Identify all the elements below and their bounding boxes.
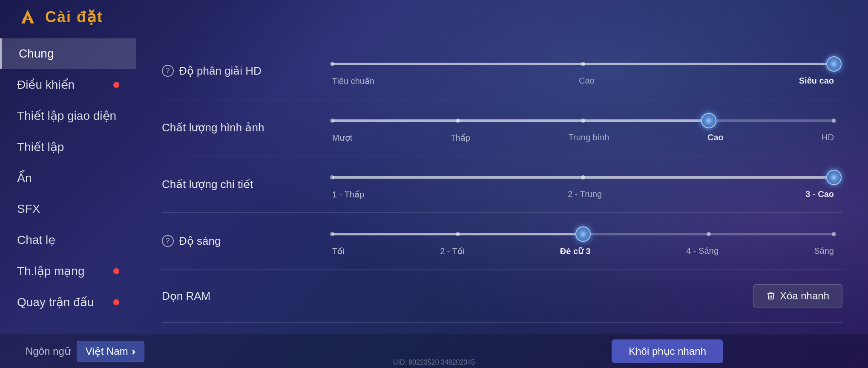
sidebar-item-label-quay-tran-dau: Quay trận đấu (17, 295, 94, 309)
detail-quality-track-wrapper (332, 169, 834, 186)
label-4-sang: 4 - Sáng (686, 246, 719, 256)
sidebar-item-label-thiet-lap-giao-dien: Thiết lập giao diện (17, 109, 116, 123)
label-hd: HD (822, 133, 834, 143)
content-area: ? Độ phân giải HD Tiêu chuẩn Ca (136, 34, 868, 368)
sidebar-item-label-chung: Chung (19, 47, 54, 61)
sidebar-item-thiet-lap-giao-dien[interactable]: Thiết lập giao diện (0, 100, 136, 131)
label-2-trung: 2 - Trung (568, 189, 602, 200)
hd-resolution-row: ? Độ phân giải HD Tiêu chuẩn Ca (162, 43, 842, 99)
tick-trung-binh (581, 119, 585, 123)
sidebar-notification-dot-th-lap-mang (113, 268, 119, 274)
version-text: UID: 80223520 348202345 (393, 359, 475, 366)
sidebar-item-label-sfx: SFX (17, 202, 40, 216)
label-sieu-cao: Siêu cao (799, 76, 834, 86)
page-title: Cài đặt (45, 8, 103, 26)
sidebar-item-an[interactable]: Ẩn (0, 162, 136, 194)
header: Cài đặt (0, 0, 868, 34)
tick-sang (832, 232, 836, 236)
brightness-help-icon[interactable]: ? (162, 235, 174, 247)
sidebar-item-label-dieu-khien: Điều khiển (17, 78, 75, 92)
detail-quality-row: Chất lượng chi tiết 1 - Thấp 2 - Trung 3… (162, 156, 842, 213)
label-sang: Sáng (814, 246, 834, 256)
tick-2toi (456, 232, 460, 236)
tick-2 (581, 62, 585, 66)
xoa-nhanh-button[interactable]: Xóa nhanh (753, 284, 842, 307)
brightness-row: ? Độ sáng Tối 2 - (162, 213, 842, 269)
detail-quality-slider-container: 1 - Thấp 2 - Trung 3 - Cao (324, 169, 842, 200)
language-label: Ngôn ngữ (26, 345, 71, 357)
label-2-toi: 2 - Tối (440, 246, 464, 256)
tick-thap-d (330, 175, 334, 180)
brightness-label: ? Độ sáng (162, 235, 324, 248)
label-muot: Mượt (332, 133, 352, 143)
hd-resolution-track-wrapper (332, 55, 834, 72)
image-quality-label: Chất lượng hình ảnh (162, 121, 324, 134)
label-toi: Tối (332, 246, 345, 256)
image-quality-fill (332, 119, 709, 122)
detail-quality-thumb[interactable] (826, 170, 842, 185)
sidebar-item-label-thiet-lap: Thiết lập (17, 140, 64, 154)
label-1-thap: 1 - Thấp (332, 189, 364, 200)
language-selector[interactable]: Việt Nam › (77, 341, 144, 362)
brightness-labels: Tối 2 - Tối Đè cữ 3 4 - Sáng Sáng (332, 246, 834, 256)
sidebar-notification-dot-quay-tran-dau (113, 299, 119, 305)
detail-quality-labels: 1 - Thấp 2 - Trung 3 - Cao (332, 189, 834, 200)
sidebar-item-label-chat-le: Chat lẹ (17, 233, 55, 247)
brightness-thumb[interactable] (575, 226, 591, 242)
hd-resolution-labels: Tiêu chuẩn Cao Siêu cao (332, 76, 834, 86)
image-quality-thumb[interactable] (701, 113, 716, 128)
sidebar-item-dieu-khien[interactable]: Điều khiển (0, 69, 136, 100)
tick-trung-d (581, 175, 585, 180)
image-quality-track-wrapper (332, 112, 834, 129)
tick-hd (832, 119, 836, 123)
tick-toi (330, 232, 334, 236)
brightness-track[interactable] (332, 233, 834, 235)
sidebar-item-quay-tran-dau[interactable]: Quay trận đấu (0, 287, 136, 318)
footer: Ngôn ngữ Việt Nam › Khôi phục nhanh UID:… (0, 334, 868, 368)
sidebar-item-chat-le[interactable]: Chat lẹ (0, 224, 136, 255)
sidebar-notification-dot-dieu-khien (113, 82, 119, 88)
language-section: Ngôn ngữ Việt Nam › (26, 341, 144, 362)
sidebar-item-sfx[interactable]: SFX (0, 194, 136, 224)
image-quality-labels: Mượt Thấp Trung bình Cao HD (332, 133, 834, 143)
brightness-slider-container: Tối 2 - Tối Đè cữ 3 4 - Sáng Sáng (324, 226, 842, 256)
tick-1 (330, 62, 334, 66)
label-de-cu-3: Đè cữ 3 (560, 246, 591, 256)
hd-resolution-thumb[interactable] (826, 56, 842, 72)
ram-cleanup-label: Dọn RAM (162, 290, 324, 303)
main-layout: ChungĐiều khiểnThiết lập giao diệnThiết … (0, 34, 868, 368)
logo-icon (17, 6, 38, 28)
tick-thap (456, 119, 460, 123)
label-trung-binh: Trung bình (569, 133, 609, 143)
tick-muot (330, 119, 334, 123)
sidebar-item-thiet-lap[interactable]: Thiết lập (0, 131, 136, 162)
sidebar-item-chung[interactable]: Chung (0, 38, 136, 69)
hd-resolution-track[interactable] (332, 63, 834, 65)
hd-resolution-help-icon[interactable]: ? (162, 65, 174, 77)
tick-4-sang (707, 232, 711, 236)
label-cao-img: Cao (707, 133, 724, 143)
detail-quality-label: Chất lượng chi tiết (162, 178, 324, 191)
label-3-cao: 3 - Cao (805, 189, 834, 200)
sidebar: ChungĐiều khiểnThiết lập giao diệnThiết … (0, 34, 136, 368)
detail-quality-track[interactable] (332, 176, 834, 179)
image-quality-slider-container: Mượt Thấp Trung bình Cao HD (324, 112, 842, 143)
ram-cleanup-row: Dọn RAM Xóa nhanh (162, 269, 842, 323)
label-cao: Cao (579, 76, 595, 86)
label-tieu-chuan: Tiêu chuẩn (332, 76, 374, 86)
hd-resolution-slider-container: Tiêu chuẩn Cao Siêu cao (324, 55, 842, 86)
sidebar-item-label-th-lap-mang: Th.lập mạng (17, 264, 85, 278)
image-quality-row: Chất lượng hình ảnh Mượt T (162, 99, 842, 156)
hd-resolution-label: ? Độ phân giải HD (162, 64, 324, 78)
trash-icon (766, 291, 776, 301)
image-quality-track[interactable] (332, 119, 834, 122)
sidebar-item-th-lap-mang[interactable]: Th.lập mạng (0, 255, 136, 287)
khoi-phuc-nhanh-button[interactable]: Khôi phục nhanh (612, 339, 723, 363)
brightness-track-wrapper (332, 226, 834, 243)
label-thap: Thấp (451, 133, 470, 143)
sidebar-item-label-an: Ẩn (17, 171, 32, 185)
